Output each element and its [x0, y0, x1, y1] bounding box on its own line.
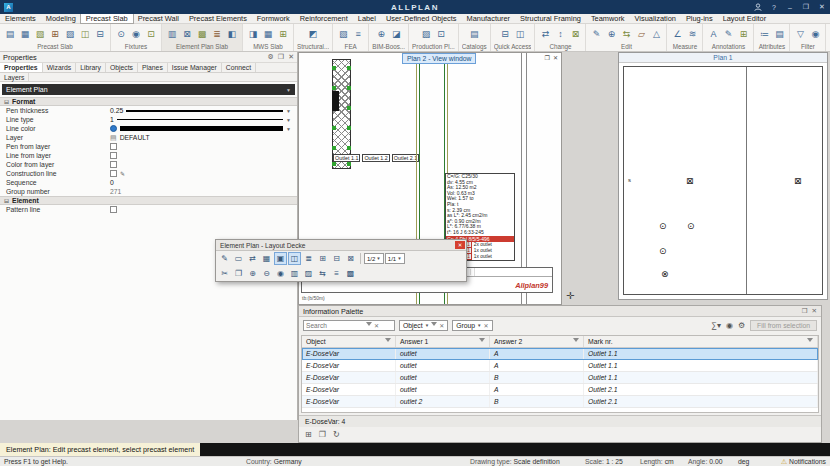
- restore-window-icon[interactable]: ❐: [545, 54, 550, 61]
- toolbar-icon[interactable]: ◉: [274, 267, 287, 280]
- toolbar-icon[interactable]: ≣: [302, 252, 315, 265]
- ribbon-tool-icon[interactable]: ✎: [589, 27, 603, 42]
- toolbar-icon[interactable]: ▨: [302, 267, 315, 280]
- object-filter-dropdown[interactable]: Object ▼ ✕: [399, 320, 448, 331]
- tab-wizards[interactable]: Wizards: [43, 63, 77, 72]
- outlet-mark[interactable]: ⊙: [687, 222, 695, 231]
- ribbon-tool-icon[interactable]: ⊠: [568, 27, 582, 42]
- ribbon-tool-icon[interactable]: ▧: [336, 27, 350, 42]
- maximize-button[interactable]: ❐: [798, 0, 814, 14]
- ribbon-tool-icon[interactable]: ▱: [634, 27, 648, 42]
- fixture-mark[interactable]: ⊠: [794, 177, 802, 186]
- ribbon-tool-icon[interactable]: ⊠: [180, 27, 194, 42]
- outlet-tag[interactable]: Outlet 1.2: [362, 154, 389, 162]
- tab-issue-manager[interactable]: Issue Manager: [168, 63, 222, 72]
- sum-icon[interactable]: ∑▾: [711, 321, 721, 330]
- ribbon-tool-icon[interactable]: ▦: [18, 27, 32, 42]
- outlet-tag[interactable]: Outlet 1.1: [333, 154, 360, 162]
- scale-field[interactable]: Scale:1 : 25: [585, 457, 623, 466]
- ribbon-tool-icon[interactable]: ⊟: [93, 27, 107, 42]
- ribbon-tool-icon[interactable]: ≔: [757, 27, 771, 42]
- filter-funnel-icon[interactable]: [807, 338, 813, 345]
- palette-close-icon[interactable]: ✕: [812, 307, 817, 315]
- tab-library[interactable]: Library: [76, 63, 106, 72]
- table-row[interactable]: E-DoseVaroutletAOutlet 1.1: [302, 360, 818, 372]
- table-row[interactable]: E-DoseVaroutlet 2BOutlet 2.1: [302, 396, 818, 408]
- scale-dropdown[interactable]: 1/2▼: [364, 253, 384, 264]
- clear-search-icon[interactable]: ✕: [374, 322, 379, 329]
- length-unit-field[interactable]: Length:cm: [640, 457, 674, 466]
- drawing-type-field[interactable]: Drawing type:Scale definition: [470, 457, 560, 466]
- clear-filter-icon[interactable]: ✕: [484, 322, 489, 329]
- element-plan-selector[interactable]: Element Plan ▼: [2, 84, 295, 95]
- menu-item-structural-framing[interactable]: Structural Framing: [515, 14, 586, 23]
- menu-item-modeling[interactable]: Modeling: [41, 14, 81, 23]
- floating-toolbar-close-icon[interactable]: ✕: [455, 241, 465, 249]
- ribbon-tool-icon[interactable]: ◨: [246, 27, 260, 42]
- ribbon-tool-icon[interactable]: ▦: [261, 27, 275, 42]
- ribbon-tool-icon[interactable]: ◧: [225, 27, 239, 42]
- angle-field[interactable]: Angle:0.00: [688, 457, 723, 466]
- toolbar-icon[interactable]: ⊠: [344, 252, 357, 265]
- ribbon-tool-icon[interactable]: △: [649, 27, 663, 42]
- command-line-bar[interactable]: Element Plan: Edit precast element, sele…: [0, 443, 830, 456]
- ribbon-tool-icon[interactable]: ◩: [306, 27, 320, 42]
- filter-funnel-icon[interactable]: [366, 322, 372, 329]
- help-icon[interactable]: ?: [766, 0, 782, 14]
- close-window-icon[interactable]: ✕: [553, 54, 558, 61]
- column-header-mark-nr[interactable]: Mark nr.: [584, 336, 818, 347]
- ribbon-tool-icon[interactable]: ▽: [793, 27, 807, 42]
- tab-properties[interactable]: Properties: [0, 63, 43, 72]
- toolbar-icon[interactable]: ◫: [288, 252, 301, 265]
- table-row[interactable]: E-DoseVaroutletBOutlet 1.1: [302, 372, 818, 384]
- table-row[interactable]: E-DoseVaroutletAOutlet 1.1: [302, 348, 818, 360]
- ribbon-tool-icon[interactable]: ▤: [772, 27, 786, 42]
- menu-item-manufacturer[interactable]: Manufacturer: [462, 14, 516, 23]
- menu-item-layout-editor[interactable]: Layout Editor: [718, 14, 772, 23]
- search-input[interactable]: [306, 322, 364, 329]
- chevron-down-icon[interactable]: ▼: [286, 117, 291, 123]
- ribbon-tool-icon[interactable]: ∠: [670, 27, 684, 42]
- line-type-value[interactable]: 1: [110, 116, 114, 123]
- ribbon-tool-icon[interactable]: ⊕: [604, 27, 618, 42]
- minimize-button[interactable]: –: [782, 0, 798, 14]
- ribbon-tool-icon[interactable]: ▧: [33, 27, 47, 42]
- tab-planes[interactable]: Planes: [138, 63, 168, 72]
- ribbon-tool-icon[interactable]: A: [706, 27, 720, 42]
- notifications-button[interactable]: ⚠Notifications: [781, 457, 826, 466]
- line-from-layer-checkbox[interactable]: [110, 152, 117, 159]
- visibility-icon[interactable]: ◉: [726, 321, 733, 330]
- toolbar-icon[interactable]: ✎: [218, 252, 231, 265]
- ribbon-tool-icon[interactable]: ▤: [467, 27, 481, 42]
- menu-item-precast-elements[interactable]: Precast Elements: [184, 14, 252, 23]
- ribbon-tool-icon[interactable]: ≡: [351, 27, 365, 42]
- menu-item-teamwork[interactable]: Teamwork: [586, 14, 630, 23]
- panel-settings-icon[interactable]: ⚙: [268, 53, 274, 61]
- color-from-layer-checkbox[interactable]: [110, 161, 117, 168]
- pen-thickness-preview[interactable]: [126, 110, 283, 112]
- line-color-icon[interactable]: [110, 125, 117, 132]
- menu-item-formwork[interactable]: Formwork: [252, 14, 295, 23]
- chevron-down-icon[interactable]: ▼: [286, 108, 291, 114]
- information-palette-header[interactable]: Information Palette ❐ ✕: [299, 306, 821, 317]
- ribbon-tool-icon[interactable]: ◉: [129, 27, 143, 42]
- menu-item-precast-wall[interactable]: Precast Wall: [133, 14, 184, 23]
- format-section-header[interactable]: ⊟ Format: [0, 97, 297, 106]
- toolbar-icon[interactable]: ❐: [232, 267, 245, 280]
- ribbon-tool-icon[interactable]: ◉: [808, 27, 822, 42]
- scale-dropdown[interactable]: 1/1▼: [385, 253, 405, 264]
- toolbar-icon[interactable]: ▦: [260, 252, 273, 265]
- floating-toolbar-titlebar[interactable]: Element Plan - Layout Decke ✕: [216, 240, 466, 251]
- menu-item-reinforcement[interactable]: Reinforcement: [295, 14, 353, 23]
- ribbon-tool-icon[interactable]: ▥: [165, 27, 179, 42]
- tab-objects[interactable]: Objects: [106, 63, 138, 72]
- user-account-icon[interactable]: [750, 0, 766, 14]
- pattern-line-checkbox[interactable]: [110, 206, 117, 213]
- toolbar-icon[interactable]: ⇆: [316, 267, 329, 280]
- toolbar-icon[interactable]: ▭: [232, 252, 245, 265]
- close-button[interactable]: ✕: [814, 0, 830, 14]
- menu-item-elements[interactable]: Elements: [0, 14, 41, 23]
- tab-layers[interactable]: Layers: [0, 73, 29, 81]
- menu-item-precast-slab[interactable]: Precast Slab: [81, 14, 133, 23]
- plan1-canvas[interactable]: s ⊠⊠⊙⊙⊙⊗: [623, 66, 823, 295]
